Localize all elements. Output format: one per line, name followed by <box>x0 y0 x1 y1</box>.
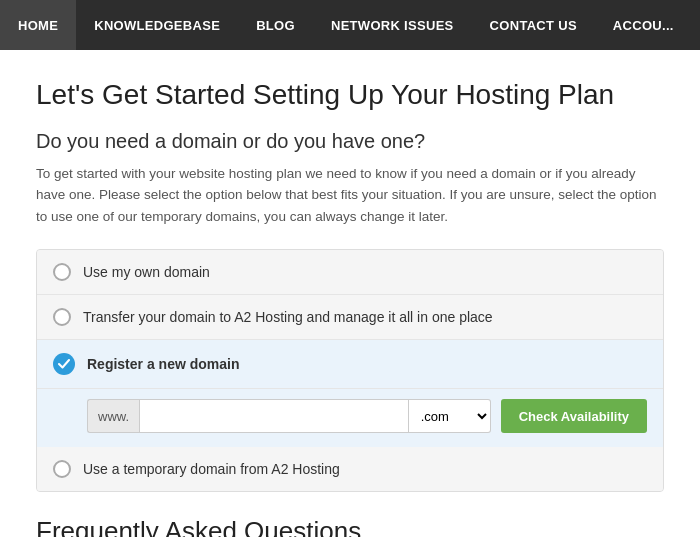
domain-options-container: Use my own domain Transfer your domain t… <box>36 249 664 492</box>
nav-item-account[interactable]: ACCOU... <box>595 0 692 50</box>
radio-transfer-domain <box>53 308 71 326</box>
domain-text-input[interactable] <box>139 399 409 433</box>
main-content: Let's Get Started Setting Up Your Hostin… <box>0 50 700 537</box>
option-own-domain[interactable]: Use my own domain <box>37 250 663 295</box>
option-temp-domain-label: Use a temporary domain from A2 Hosting <box>83 461 340 477</box>
radio-temp-domain <box>53 460 71 478</box>
www-prefix: www. <box>87 399 139 433</box>
nav-item-knowledgebase[interactable]: KNOWLEDGEBASE <box>76 0 238 50</box>
check-availability-button[interactable]: Check Availability <box>501 399 647 433</box>
option-register-domain-label: Register a new domain <box>87 356 239 372</box>
option-temp-domain[interactable]: Use a temporary domain from A2 Hosting <box>37 447 663 491</box>
option-own-domain-label: Use my own domain <box>83 264 210 280</box>
faq-heading: Frequently Asked Questions <box>36 516 664 537</box>
nav-item-network-issues[interactable]: NETWORK ISSUES <box>313 0 472 50</box>
check-register-domain <box>53 353 75 375</box>
option-transfer-domain[interactable]: Transfer your domain to A2 Hosting and m… <box>37 295 663 340</box>
tld-select[interactable]: .com .net .org .info <box>409 399 491 433</box>
option-transfer-domain-label: Transfer your domain to A2 Hosting and m… <box>83 309 493 325</box>
main-nav: HOME KNOWLEDGEBASE BLOG NETWORK ISSUES C… <box>0 0 700 50</box>
domain-section-heading: Do you need a domain or do you have one? <box>36 130 664 153</box>
domain-input-row: www. .com .net .org .info Check Availabi… <box>37 389 663 447</box>
nav-item-blog[interactable]: BLOG <box>238 0 313 50</box>
domain-section-description: To get started with your website hosting… <box>36 163 664 228</box>
option-register-domain[interactable]: Register a new domain <box>37 340 663 389</box>
radio-own-domain <box>53 263 71 281</box>
page-title: Let's Get Started Setting Up Your Hostin… <box>36 78 664 112</box>
nav-item-home[interactable]: HOME <box>0 0 76 50</box>
nav-item-contact-us[interactable]: CONTACT US <box>472 0 595 50</box>
faq-section: Frequently Asked Questions Here are some… <box>36 516 664 537</box>
